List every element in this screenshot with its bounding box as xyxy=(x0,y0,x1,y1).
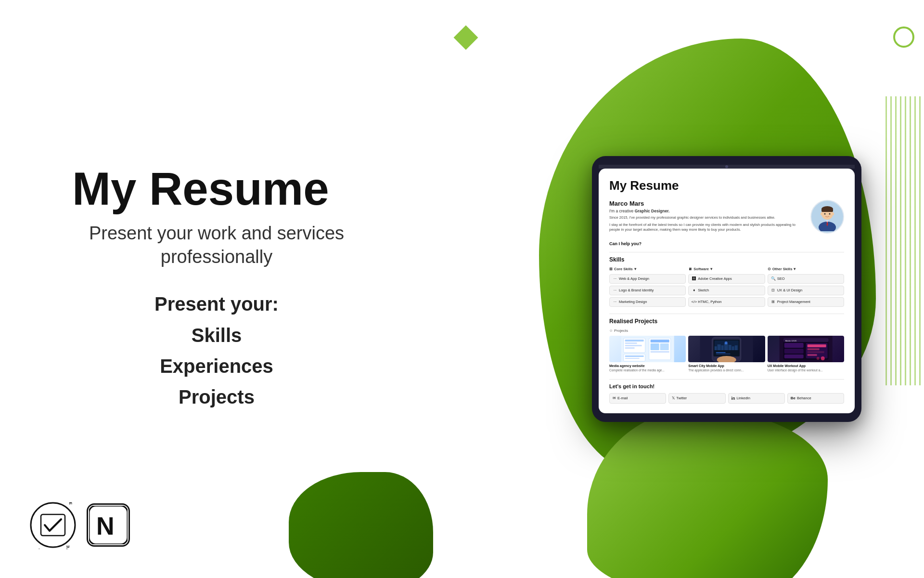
project-2-desc: The application provides a direct conn..… xyxy=(688,368,765,372)
adobe-icon: 🅰 xyxy=(692,276,696,281)
svg-rect-22 xyxy=(624,354,645,361)
behance-icon: Be xyxy=(791,396,796,400)
tablet-mockup: My Resume Marco Mars I'm a creative Grap… xyxy=(592,156,861,422)
svg-rect-21 xyxy=(651,351,669,353)
skill-logo-brand[interactable]: ··· Logo & Brand Identity xyxy=(609,286,686,295)
project-thumb-3: Mobile UI/UX xyxy=(768,336,844,362)
profile-tagline: I'm a creative Graphic Designer. xyxy=(609,209,804,213)
left-content-area: My Resume Present your work and services… xyxy=(72,166,361,412)
project-1-name: Media agency website xyxy=(609,364,686,368)
skill-html-python[interactable]: </> HTMC, Python xyxy=(688,297,765,307)
behance-label: Behance xyxy=(797,396,811,400)
svg-rect-39 xyxy=(716,352,726,353)
svg-rect-36 xyxy=(735,345,738,350)
svg-rect-49 xyxy=(784,355,803,358)
skill-marketing[interactable]: ··· Marketing Design xyxy=(609,297,686,307)
svg-rect-54 xyxy=(807,354,817,356)
svg-text:Mobile UI/UX: Mobile UI/UX xyxy=(785,340,796,342)
tablet-outer-frame: My Resume Marco Mars I'm a creative Grap… xyxy=(592,156,861,422)
notion-n-badge: N xyxy=(87,503,130,547)
svg-rect-23 xyxy=(625,355,644,357)
project-3-desc: User interface design of the workout a..… xyxy=(768,368,844,372)
core-skills-icon: ⊞ xyxy=(609,267,613,271)
project-thumb-1 xyxy=(609,336,686,362)
email-label: E-mail xyxy=(617,396,628,400)
skill-logo-brand-label: Logo & Brand Identity xyxy=(619,288,654,292)
contact-twitter[interactable]: 𝕏 Twitter xyxy=(668,393,725,404)
svg-rect-15 xyxy=(625,345,642,346)
star-icon: ☆ xyxy=(609,328,613,333)
seo-icon: 🔍 xyxy=(771,276,776,281)
tablet-screen: My Resume Marco Mars I'm a creative Grap… xyxy=(599,169,855,413)
bg-blob-left-bottom xyxy=(289,472,433,578)
other-skills-label: Other Skills xyxy=(772,267,793,271)
svg-rect-34 xyxy=(729,345,732,350)
project-card-2[interactable]: Smart City Mobile App The application pr… xyxy=(688,336,765,372)
projects-section: Realised Projects ☆ Projects xyxy=(609,318,844,372)
svg-rect-6 xyxy=(821,209,833,212)
skill-web-app-design[interactable]: ··· Web & App Design xyxy=(609,274,686,284)
contact-grid: ✉ E-mail 𝕏 Twitter in LinkedIn Be Behanc… xyxy=(609,393,844,404)
profile-avatar xyxy=(810,200,844,234)
skill-adobe-label: Adobe Creative Apps xyxy=(698,276,732,281)
twitter-icon: 𝕏 xyxy=(672,396,675,400)
skill-adobe[interactable]: 🅰 Adobe Creative Apps xyxy=(688,274,765,284)
svg-rect-14 xyxy=(625,342,637,344)
software-header: 🖥 Software ▾ xyxy=(688,267,765,271)
project-3-name: UX Mobile Workout App xyxy=(768,364,844,368)
svg-rect-13 xyxy=(625,340,644,342)
svg-rect-24 xyxy=(625,358,640,359)
skill-sketch[interactable]: ♦ Sketch xyxy=(688,286,765,295)
project-card-3[interactable]: Mobile UI/UX xyxy=(768,336,844,372)
divider-1 xyxy=(609,252,844,252)
other-skills-icon: ⊙ xyxy=(768,267,771,271)
project-thumb-1-svg xyxy=(609,336,686,362)
email-icon: ✉ xyxy=(613,396,616,400)
diamond-icon xyxy=(454,26,478,50)
linkedin-icon: in xyxy=(732,396,735,401)
svg-rect-30 xyxy=(715,346,717,350)
profile-name: Marco Mars xyxy=(609,200,804,207)
other-skills-arrow: ▾ xyxy=(794,267,796,271)
svg-point-10 xyxy=(832,212,834,215)
svg-rect-35 xyxy=(732,346,734,350)
skill-seo-label: SEO xyxy=(777,276,785,281)
present-label: Present your: xyxy=(72,293,361,315)
skills-grid: ⊞ Core Skills ▾ ··· Web & App Design ···… xyxy=(609,267,844,307)
present-item-experiences: Experiences xyxy=(72,351,361,381)
tablet-top-bar xyxy=(599,165,855,169)
svg-text:N: N xyxy=(96,512,115,540)
projects-section-title: Realised Projects xyxy=(609,318,844,325)
projects-grid: Media agency website Complete realisatio… xyxy=(609,336,844,372)
software-label: Software xyxy=(693,267,709,271)
code-icon: </> xyxy=(692,300,696,304)
skill-ux-ui[interactable]: ⊡ UX & UI Design xyxy=(768,286,844,295)
logo-brand-icon: ··· xyxy=(613,288,617,293)
subtitle: Present your work and services professio… xyxy=(72,222,361,269)
avatar-svg xyxy=(813,202,842,231)
svg-rect-33 xyxy=(724,343,728,350)
contact-behance[interactable]: Be Behance xyxy=(787,393,844,404)
tablet-camera xyxy=(725,165,728,168)
twitter-label: Twitter xyxy=(676,396,687,400)
project-2-name: Smart City Mobile App xyxy=(688,364,765,368)
web-app-icon: ··· xyxy=(613,276,617,281)
project-thumb-3-svg: Mobile UI/UX xyxy=(768,336,844,362)
skill-web-app-label: Web & App Design xyxy=(619,276,649,281)
svg-rect-51 xyxy=(807,344,826,347)
contact-email[interactable]: ✉ E-mail xyxy=(609,393,666,404)
skill-seo[interactable]: 🔍 SEO xyxy=(768,274,844,284)
core-skills-arrow: ▾ xyxy=(634,267,636,271)
skill-html-python-label: HTMC, Python xyxy=(698,300,721,304)
svg-rect-48 xyxy=(784,349,803,354)
project-thumb-2-svg xyxy=(688,336,765,362)
svg-point-8 xyxy=(829,213,831,215)
svg-rect-47 xyxy=(784,343,803,348)
project-1-desc: Complete realisation of the media age... xyxy=(609,368,686,372)
svg-rect-19 xyxy=(651,343,659,350)
skill-project-mgmt[interactable]: ⊞ Project Management xyxy=(768,297,844,307)
project-card-1[interactable]: Media agency website Complete realisatio… xyxy=(609,336,686,372)
svg-rect-31 xyxy=(718,344,721,350)
contact-linkedin[interactable]: in LinkedIn xyxy=(728,393,785,404)
svg-point-9 xyxy=(821,212,822,215)
